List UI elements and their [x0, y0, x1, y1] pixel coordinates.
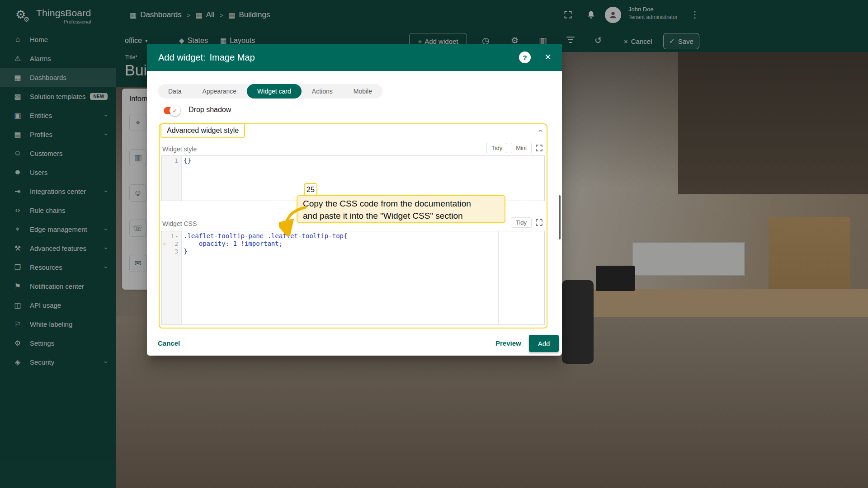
tutorial-text: and paste it into the "Widget CSS" secti… — [303, 210, 499, 222]
line-number: 1 — [175, 157, 178, 164]
code-text: {} — [184, 157, 191, 164]
css-selector: .leaflet-tooltip-pane .leaflet-tooltip-t… — [184, 232, 344, 239]
widget-style-controls: Tidy Mini — [486, 143, 543, 153]
css-colon: : — [226, 240, 233, 247]
tab-data[interactable]: Data — [158, 84, 192, 99]
dialog-scrollbar-thumb[interactable] — [559, 195, 561, 239]
tutorial-arrow-icon — [279, 205, 309, 236]
editor-gutter: 1 — [162, 156, 182, 201]
tidy-button[interactable]: Tidy — [511, 217, 532, 228]
drop-shadow-toggle[interactable]: ✓ — [164, 107, 179, 114]
widget-css-label: Widget CSS — [162, 220, 197, 227]
close-icon[interactable]: × — [541, 50, 555, 64]
fullscreen-icon[interactable] — [535, 219, 543, 226]
mini-button[interactable]: Mini — [511, 143, 532, 153]
css-brace: } — [184, 248, 187, 255]
widget-css-controls: Tidy — [511, 217, 543, 228]
tab-widget-card[interactable]: Widget card — [247, 84, 302, 99]
dialog-widget-name: Image Map — [210, 52, 255, 63]
dialog-header: Add widget: Image Map — [147, 44, 562, 71]
tab-actions[interactable]: Actions — [302, 84, 343, 99]
line-number: 2 — [175, 240, 178, 247]
fold-caret-icon[interactable]: ▾ — [176, 234, 178, 239]
dialog-title: Add widget: — [158, 52, 206, 63]
widget-style-label: Widget style — [162, 145, 197, 153]
line-number: 3 — [175, 248, 178, 255]
tidy-button[interactable]: Tidy — [486, 143, 507, 153]
toggle-knob: ✓ — [170, 105, 180, 116]
app-root: ⚙ ⚙ ThingsBoard Professional ⌂Home ⚠Alar… — [0, 0, 868, 488]
dialog-tabs: Data Appearance Widget card Actions Mobi… — [158, 84, 382, 99]
drop-shadow-row: ✓ Drop shadow — [164, 105, 231, 114]
dialog-add-button[interactable]: Add — [529, 335, 559, 352]
css-important: !important; — [237, 240, 283, 247]
help-button[interactable]: ? — [519, 52, 531, 63]
print-margin-line — [498, 231, 499, 324]
add-widget-dialog: Add widget: Image Map ? × Data Appearanc… — [147, 44, 562, 356]
widget-style-code-editor[interactable]: 1 {} — [161, 155, 545, 201]
collapse-chevron-icon[interactable]: › — [535, 130, 545, 132]
line-number: 1 — [171, 233, 175, 239]
drop-shadow-label: Drop shadow — [189, 106, 231, 114]
tutorial-step-number: 25 — [304, 183, 317, 197]
editor-gutter: 1▾ ⚠2 3 — [162, 231, 182, 324]
tutorial-callout: Copy the CSS code from the documentation… — [297, 195, 505, 223]
tab-mobile[interactable]: Mobile — [343, 84, 382, 99]
advanced-widget-style-title: Advanced widget style — [160, 123, 245, 138]
editor-code-area: {} — [182, 156, 544, 201]
warning-icon: ⚠ — [163, 240, 166, 246]
css-property: opacity — [184, 240, 226, 247]
dialog-cancel-button[interactable]: Cancel — [158, 339, 180, 347]
fullscreen-icon[interactable] — [535, 144, 543, 152]
css-brace: { — [344, 232, 347, 239]
tutorial-text: Copy the CSS code from the documentation — [303, 197, 499, 210]
tab-appearance[interactable]: Appearance — [192, 84, 247, 99]
dialog-preview-button[interactable]: Preview — [495, 339, 521, 347]
widget-css-code-editor[interactable]: 1▾ ⚠2 3 .leaflet-tooltip-pane .leaflet-t… — [161, 231, 545, 325]
editor-code-area: .leaflet-tooltip-pane .leaflet-tooltip-t… — [182, 231, 544, 324]
css-value: 1 — [233, 240, 237, 247]
